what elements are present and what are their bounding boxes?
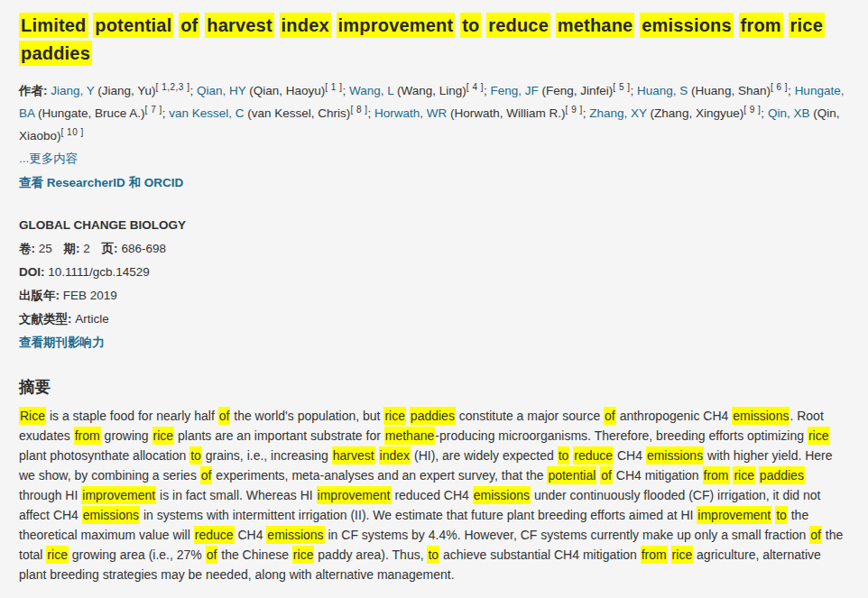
text-segment: (HI), are widely expected [411,448,558,463]
title-word-highlight: potential [93,13,173,38]
highlighted-term: rice [383,407,406,425]
title-word-highlight: improvement [337,13,456,38]
author-fullname: (Huang, Shan) [688,84,771,97]
text-segment: -producing microorganisms. Therefore, br… [435,428,808,443]
highlighted-term: to [427,546,439,564]
highlighted-term: of [200,466,213,484]
highlighted-term: of [206,546,218,564]
author-link[interactable]: Qian, HY [197,84,246,97]
title-word-highlight: index [280,13,331,38]
article-record-page: Limited potential of harvest index impro… [0,0,868,598]
researcherid-orcid-link[interactable]: 查看 ResearcherID 和 ORCID [19,176,183,189]
highlighted-term: Rice [19,407,46,425]
journal-name-text: GLOBAL CHANGE BIOLOGY [19,218,186,232]
abstract-text: Rice is a staple food for nearly half of… [19,406,849,584]
highlighted-term: emissions [473,486,531,504]
volume-label: 卷: [19,242,35,255]
author-superscript: [ 10 ] [61,126,84,136]
highlighted-term: rice [733,466,755,484]
author-link[interactable]: Wang, L [349,84,393,97]
author-separator: ; [343,84,350,97]
title-word-highlight: Limited [19,13,88,38]
highlighted-term: to [558,446,570,465]
highlighted-term: of [809,526,822,544]
author-link[interactable]: van Kessel, C [169,106,244,120]
text-segment: the world's population, but [230,409,383,423]
journal-impact-link[interactable]: 查看期刊影响力 [19,336,105,349]
text-segment: achieve substantial CH4 mitigation [439,547,641,562]
text-segment: is in fact small. Whereas HI [156,488,316,502]
researcherid-line: 查看 ResearcherID 和 ORCID [19,173,849,193]
journal-info: GLOBAL CHANGE BIOLOGY 卷: 25 期: 2 页: 686-… [19,216,849,352]
text-segment: anthropogenic CH4 [616,409,732,423]
author-fullname: (Hungate, Bruce A.) [34,106,144,120]
doc-type-label: 文献类型: [19,312,72,326]
title-word-highlight: from [739,13,783,38]
author-superscript: [ 1,2,3 ] [156,82,190,92]
highlighted-term: rice [152,427,175,445]
author-separator: ; [788,84,795,97]
author-fullname: (Wang, Ling) [393,84,466,97]
highlighted-term: reduce [573,446,614,465]
text-segment: experiments, meta-analyses and an expert… [212,468,547,483]
highlighted-term: of [604,407,616,425]
author-link[interactable]: Qin, XB [768,106,810,120]
highlighted-term: rice [46,546,69,564]
highlighted-term: paddies [410,407,456,425]
author-superscript: [ 6 ] [771,82,788,92]
author-link[interactable]: Zhang, XY [589,106,647,120]
author-superscript: [ 8 ] [350,104,367,114]
volume-value: 25 [39,242,52,255]
abstract-heading: 摘要 [19,376,849,398]
text-segment: the Chinese [217,547,292,562]
highlighted-term: index [379,446,411,465]
title-word-highlight: harvest [205,13,274,38]
text-segment: paddy area). Thus, [314,547,427,562]
author-fullname: (van Kessel, Chris) [245,106,351,120]
author-separator: ; [189,84,197,97]
author-link[interactable]: Huang, S [637,84,688,97]
journal-impact-line: 查看期刊影响力 [19,334,849,352]
highlighted-term: emissions [646,446,704,465]
authors-label: 作者: [19,84,48,97]
author-separator: ; [631,84,638,97]
author-link[interactable]: Horwath, WR [374,106,447,120]
author-separator: ; [761,106,768,120]
author-fullname: (Feng, Jinfei) [539,84,614,97]
text-segment: is a staple food for nearly half [46,409,218,423]
authors-line: 作者: Jiang, Y (Jiang, Yu)[ 1,2,3 ]; Qian,… [19,80,849,148]
pages-value: 686-698 [121,242,166,255]
volume-issue-pages-line: 卷: 25 期: 2 页: 686-698 [19,240,849,258]
author-link[interactable]: Feng, JF [491,84,539,97]
author-superscript: [ 5 ] [613,82,630,92]
highlighted-term: emissions [266,526,324,544]
text-segment: CH4 mitigation [613,468,703,483]
highlighted-term: rice [671,546,694,564]
author-fullname: (Zhang, Xingyue) [647,106,743,120]
title-word-highlight: paddies [19,41,92,66]
more-authors-link[interactable]: ...更多内容 [19,152,78,165]
more-authors-line: ...更多内容 [19,149,849,169]
text-segment: grains, i.e., increasing [202,448,332,463]
author-superscript: [ 4 ] [466,82,484,92]
pages-label: 页: [102,242,118,255]
doc-type-value: Article [75,312,109,326]
text-segment: through HI [19,488,81,502]
issue-value: 2 [83,242,90,255]
text-segment: CH4 [614,448,646,463]
highlighted-term: from [74,427,101,445]
text-segment: in systems with intermittent irrigation … [140,508,697,522]
highlighted-term: paddies [759,466,805,484]
title-word-highlight: to [460,13,481,38]
highlighted-term: from [703,466,730,484]
author-link[interactable]: Jiang, Y [51,84,94,97]
highlighted-term: rice [808,427,830,445]
text-segment: plants are an important substrate for [174,428,384,443]
authors-list: Jiang, Y (Jiang, Yu)[ 1,2,3 ]; Qian, HY … [19,84,844,143]
author-superscript: [ 9 ] [743,104,761,114]
title-word-highlight: rice [789,13,825,38]
doi-value: 10.1111/gcb.14529 [48,265,150,279]
author-separator: ; [484,84,491,97]
author-superscript: [ 9 ] [566,104,583,114]
journal-name: GLOBAL CHANGE BIOLOGY [19,216,849,235]
